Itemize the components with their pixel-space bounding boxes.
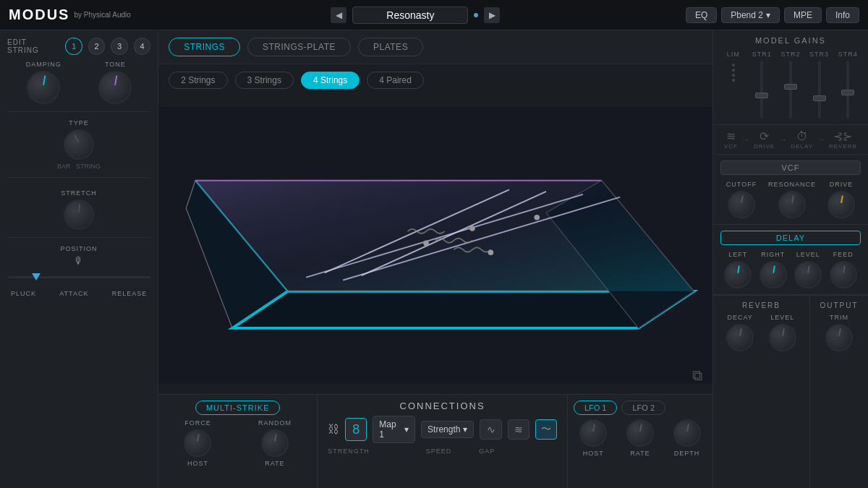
lim-dots bbox=[732, 61, 735, 82]
connection-box[interactable]: 8 bbox=[345, 418, 367, 441]
lfo-rate-label: RATE bbox=[630, 450, 650, 457]
tone-knob[interactable] bbox=[98, 71, 132, 104]
reverb-fx-label: REVERB bbox=[829, 143, 857, 150]
header-buttons: EQ Pbend 2 ▾ MPE Info bbox=[686, 7, 859, 23]
lim-label: LIM bbox=[727, 51, 740, 58]
string-button-3[interactable]: 3 bbox=[111, 38, 127, 55]
sc-2-button[interactable]: 2 Strings bbox=[169, 72, 227, 89]
str2-col: STR2 bbox=[778, 51, 804, 119]
string-button-1[interactable]: 1 bbox=[65, 38, 82, 55]
type-labels: BAR STRING bbox=[57, 163, 101, 170]
str1-fader[interactable] bbox=[760, 61, 763, 119]
preset-name[interactable]: Resonasty bbox=[352, 7, 468, 24]
resonance-knob[interactable] bbox=[778, 191, 806, 218]
str4-fader-handle[interactable] bbox=[841, 90, 854, 95]
random-knob[interactable] bbox=[261, 429, 289, 457]
eq-button[interactable]: EQ bbox=[686, 7, 717, 23]
lfo1-tab[interactable]: LFO 1 bbox=[574, 401, 618, 415]
delay-left-label: LEFT bbox=[728, 251, 747, 258]
screenshot-icon[interactable]: ⧉ bbox=[692, 367, 702, 384]
model-gains-section: MODEL GAINS LIM STR1 bbox=[713, 30, 868, 125]
str3-fader-handle[interactable] bbox=[813, 95, 826, 101]
sc-3-button[interactable]: 3 Strings bbox=[235, 72, 294, 89]
tab-strings-plate[interactable]: STRINGS-PLATE bbox=[247, 38, 351, 56]
wave-button-3[interactable]: 〜 bbox=[535, 419, 557, 440]
str4-fader[interactable] bbox=[846, 61, 849, 119]
vcf-fx-col: ≋ VCF bbox=[724, 129, 738, 150]
edit-string-row: EDIT STRING 1 2 3 4 bbox=[7, 38, 150, 55]
visualization-area: ⧉ bbox=[158, 96, 712, 394]
str2-fader[interactable] bbox=[789, 61, 792, 119]
wave-button-2[interactable]: ≋ bbox=[508, 419, 529, 440]
position-slider-track[interactable] bbox=[7, 276, 150, 278]
info-button[interactable]: Info bbox=[826, 7, 859, 23]
reverb-knobs: DECAY LEVEL bbox=[719, 314, 804, 351]
pbend-button[interactable]: Pbend 2 ▾ bbox=[721, 7, 780, 23]
str1-fader-handle[interactable] bbox=[755, 93, 768, 98]
delay-left-knob[interactable] bbox=[724, 261, 752, 288]
position-slider-container bbox=[7, 270, 150, 284]
lfo-depth-knob[interactable] bbox=[673, 419, 701, 447]
multi-strike-button[interactable]: MULTI-STRIKE bbox=[195, 401, 281, 415]
strength-select[interactable]: Strength ▾ bbox=[421, 421, 474, 438]
position-thumb[interactable] bbox=[32, 273, 41, 281]
multi-strike-header: MULTI-STRIKE bbox=[164, 401, 311, 415]
reverb-level-label: LEVEL bbox=[770, 314, 794, 321]
force-knob[interactable] bbox=[184, 429, 211, 457]
str3-fader[interactable] bbox=[818, 61, 821, 119]
stretch-label: STRETCH bbox=[61, 189, 97, 197]
delay-right-knob[interactable] bbox=[760, 261, 787, 288]
string-button-4[interactable]: 4 bbox=[134, 38, 150, 55]
next-preset-button[interactable]: ▶ bbox=[484, 7, 500, 23]
trim-knob[interactable] bbox=[825, 324, 853, 351]
str2-fader-handle[interactable] bbox=[784, 84, 797, 90]
wave-button-1[interactable]: ∿ bbox=[480, 419, 501, 440]
tab-plates[interactable]: PLATES bbox=[358, 38, 423, 56]
sc-4-button[interactable]: 4 Strings bbox=[301, 72, 359, 89]
damping-knob[interactable] bbox=[27, 71, 60, 104]
delay-level-knob[interactable] bbox=[794, 261, 822, 288]
reverb-icon: ⊰⊱ bbox=[833, 129, 852, 143]
lim-dot-3 bbox=[732, 74, 735, 77]
reverb-level-knob[interactable] bbox=[769, 324, 796, 351]
decay-knob[interactable] bbox=[726, 324, 754, 351]
tab-strings[interactable]: STRINGS bbox=[169, 38, 240, 56]
trim-label: TRIM bbox=[830, 314, 848, 321]
sc-4p-button[interactable]: 4 Paired bbox=[367, 72, 424, 89]
vcf-button[interactable]: VCF bbox=[720, 160, 861, 175]
tone-label: TONE bbox=[105, 61, 126, 68]
string-button-2[interactable]: 2 bbox=[88, 38, 105, 55]
reverb-title: REVERB bbox=[719, 301, 804, 309]
str1-col: STR1 bbox=[749, 51, 775, 119]
lfo-host-knob[interactable] bbox=[579, 419, 607, 447]
delay-fx-col: ⏱ DELAY bbox=[791, 130, 813, 150]
lim-dot-2 bbox=[732, 69, 735, 72]
vcf-drive-knob[interactable] bbox=[827, 191, 855, 218]
lfo-knobs: HOST RATE DEPTH bbox=[574, 419, 707, 457]
preset-dot bbox=[474, 13, 478, 17]
delay-level-label: LEVEL bbox=[796, 251, 820, 258]
lfo-rate-knob[interactable] bbox=[626, 419, 654, 447]
damping-tone-row: DAMPING TONE bbox=[7, 61, 150, 104]
ms-knobs: FORCE HOST RANDOM RATE bbox=[164, 419, 311, 467]
delay-feed-knob[interactable] bbox=[830, 261, 857, 288]
gap-bottom-label: GAP bbox=[479, 448, 495, 455]
stretch-knob[interactable] bbox=[64, 200, 94, 230]
prev-preset-button[interactable]: ◀ bbox=[331, 7, 346, 23]
type-group: TYPE BAR STRING bbox=[57, 119, 101, 170]
delay-button[interactable]: DELAY bbox=[720, 231, 861, 245]
drive-fx-col: ⟳ DRIVE bbox=[754, 129, 775, 150]
type-knob[interactable] bbox=[64, 129, 94, 160]
cutoff-knob[interactable] bbox=[728, 191, 755, 218]
reverb-output-row: REVERB DECAY LEVEL OUTPUT TRIM bbox=[713, 295, 868, 488]
release-label: RELEASE bbox=[112, 290, 148, 297]
svg-point-12 bbox=[488, 249, 494, 255]
header: MODUS by Physical Audio ◀ Resonasty ▶ EQ… bbox=[0, 0, 868, 30]
resonance-label: RESONANCE bbox=[768, 181, 816, 188]
strength-bottom-label: STRENGTH bbox=[328, 448, 370, 455]
lfo2-tab[interactable]: LFO 2 bbox=[621, 401, 665, 415]
mpe-button[interactable]: MPE bbox=[784, 7, 822, 23]
str4-label: STR4 bbox=[838, 51, 858, 58]
map-select[interactable]: Map 1 ▾ bbox=[373, 416, 415, 443]
type-label: TYPE bbox=[69, 119, 89, 127]
